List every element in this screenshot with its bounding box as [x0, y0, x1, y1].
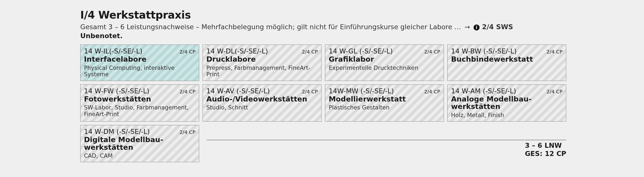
module-card[interactable]: 14 W-FW (-S/-SE/-L)2/4 CPFotowerkstätten… [80, 84, 199, 122]
module-name: Modellierwerkstatt [329, 95, 440, 103]
module-desc: CAD, CAM [84, 152, 196, 159]
card-header: 14 W-IL(-S/-SE/-L)2/4 CP [84, 47, 196, 55]
module-cp: 2/4 CP [546, 88, 562, 94]
card-header: 14W-MW (-S/-SE/-L)2/4 CP [329, 87, 440, 95]
module-name: Fotowerkstätten [84, 95, 196, 103]
module-cp: 2/4 CP [546, 49, 562, 55]
module-code: 14 W-BW (-S/-SE/-L) [451, 47, 517, 55]
module-name: Buchbindewerkstatt [451, 56, 562, 63]
module-name: Digitale Modellbau­werkstätten [84, 136, 196, 151]
card-grid: 14 W-IL(-S/-SE/-L)2/4 CPInterfacelaboreP… [80, 44, 566, 162]
card-header: 14 W-AM (-S/-SE/-L)2/4 CP [451, 87, 562, 95]
subtitle-text: Gesamt 3 – 6 Leistungsnachweise – Mehrfa… [80, 22, 461, 32]
arrow-icon: → [464, 22, 470, 32]
module-code: 14 W-GL (-S/-SE/-L) [329, 47, 393, 55]
module-code: 14 W-AV (-S/-SE/-L) [206, 87, 270, 95]
footer-ges: GES: 12 CP [525, 150, 566, 158]
module-card[interactable]: 14 W-BW (-S/-SE/-L)2/4 CPBuchbindewerkst… [447, 44, 566, 81]
info-icon[interactable]: i [474, 24, 480, 30]
module-card[interactable]: 14 W-IL(-S/-SE/-L)2/4 CPInterfacelaboreP… [80, 44, 199, 81]
module-name: Drucklabore [206, 56, 318, 63]
module-cp: 2/4 CP [179, 129, 196, 135]
module-card[interactable]: 14 W-DL(-S/-SE/-L)2/4 CPDrucklaborePrepr… [202, 44, 322, 81]
module-name: Grafiklabor [329, 56, 440, 63]
module-desc: Experimentelle Drucktechniken [329, 64, 440, 71]
module-desc: Physical Computing, interaktive Systeme [84, 64, 196, 78]
section-title: I/4 Werkstattpraxis [80, 9, 566, 21]
sws-label: 2/4 SWS [482, 22, 513, 32]
module-cp: 2/4 CP [179, 88, 196, 94]
module-card[interactable]: 14W-MW (-S/-SE/-L)2/4 CPModellierwerksta… [325, 84, 444, 122]
module-code: 14 W-DL(-S/-SE/-L) [206, 47, 268, 55]
module-cp: 2/4 CP [179, 49, 196, 55]
module-card[interactable]: 14 W-GL (-S/-SE/-L)2/4 CPGrafiklaborExpe… [325, 44, 444, 81]
module-desc: SW-Labor, Studio, Farb­management, FineA… [84, 104, 196, 117]
module-code: 14 W-DM (-S/-SE/-L) [84, 128, 150, 136]
module-card[interactable]: 14 W-AM (-S/-SE/-L)2/4 CPAnaloge Modellb… [447, 84, 566, 122]
module-card[interactable]: 14 W-AV (-S/-SE/-L)2/4 CPAudio-/Videower… [202, 84, 322, 122]
module-code: 14W-MW (-S/-SE/-L) [329, 87, 394, 95]
card-header: 14 W-DL(-S/-SE/-L)2/4 CP [206, 47, 318, 55]
card-header: 14 W-AV (-S/-SE/-L)2/4 CP [206, 87, 318, 95]
module-card[interactable]: 14 W-DM (-S/-SE/-L)2/4 CPDigitale Modell… [80, 125, 199, 162]
module-cp: 2/4 CP [302, 49, 318, 55]
module-name: Interfacelabore [84, 56, 196, 63]
module-code: 14 W-AM (-S/-SE/-L) [451, 87, 516, 95]
card-header: 14 W-BW (-S/-SE/-L)2/4 CP [451, 47, 562, 55]
module-name: Audio-/Videowerkstätten [206, 95, 318, 103]
ungraded-label: Unbenotet. [80, 32, 566, 40]
module-desc: Plastisches Gestalten [329, 104, 440, 111]
module-cp: 2/4 CP [424, 49, 440, 55]
module-cp: 2/4 CP [302, 88, 318, 94]
module-code: 14 W-IL(-S/-SE/-L) [84, 47, 142, 55]
module-desc: Prepress, Farbmanagement, FineArt-Print [206, 64, 318, 78]
module-section: I/4 Werkstattpraxis Gesamt 3 – 6 Leistun… [0, 0, 644, 175]
module-cp: 2/4 CP [424, 88, 440, 94]
card-header: 14 W-FW (-S/-SE/-L)2/4 CP [84, 87, 196, 95]
module-name: Analoge Modellbau­werkstätten [451, 95, 562, 110]
card-header: 14 W-DM (-S/-SE/-L)2/4 CP [84, 128, 196, 136]
footer-lnw: 3 – 6 LNW [525, 142, 566, 150]
module-desc: Holz, Metall, Finish [451, 112, 562, 118]
module-desc: Studio, Schnitt [206, 104, 318, 111]
card-header: 14 W-GL (-S/-SE/-L)2/4 CP [329, 47, 440, 55]
module-code: 14 W-FW (-S/-SE/-L) [84, 87, 149, 95]
section-subtitle: Gesamt 3 – 6 Leistungsnachweise – Mehrfa… [80, 22, 566, 32]
section-footer-rule: 3 – 6 LNW GES: 12 CP [206, 140, 566, 142]
